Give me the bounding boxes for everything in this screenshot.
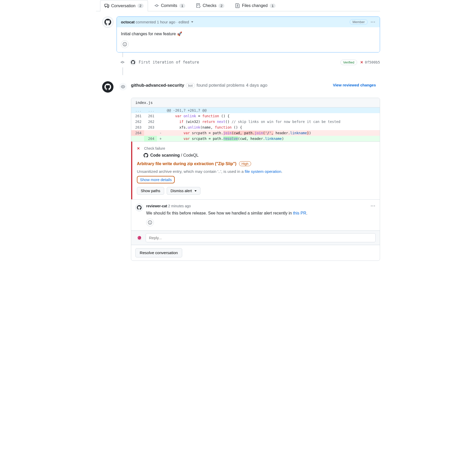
verified-badge[interactable]: Verified — [340, 60, 357, 65]
tab-commits[interactable]: Commits 1 — [150, 0, 190, 11]
comment-box-main: octocat commented 1 hour ago · edited Me… — [117, 16, 380, 52]
tab-conversation-count: 2 — [137, 4, 143, 8]
show-more-highlight: Show more details — [137, 176, 175, 183]
tab-conversation-label: Conversation — [111, 4, 135, 8]
reply-input[interactable] — [146, 233, 376, 242]
github-logo-icon — [144, 153, 148, 158]
review-card: index.js ...... @@ -261,7 +261,7 @@ 2612… — [131, 98, 380, 261]
inline-time: 2 minutes ago — [168, 204, 191, 208]
alert-description: Unsanitized archive entry, which may con… — [137, 169, 245, 174]
commit-row: First iteration of feature Verified ✕ 0f… — [120, 57, 380, 67]
tab-commits-label: Commits — [161, 3, 177, 8]
diff-hunk-header: @@ -261,7 +261,7 @@ — [164, 108, 380, 113]
smiley-icon — [148, 220, 152, 225]
tab-checks[interactable]: Checks 2 — [192, 0, 229, 11]
tab-conversation[interactable]: Conversation 2 — [100, 0, 148, 11]
alert-title[interactable]: Arbitrary file write during zip extracti… — [137, 162, 236, 166]
review-time: 4 days ago — [246, 83, 267, 88]
commit-message[interactable]: First iteration of feature — [139, 60, 340, 65]
code-scanning-alert: ✕ Check failure Code scanning / CodeQL A… — [131, 141, 380, 199]
codeql-label: / CodeQL — [180, 153, 199, 157]
status-fail-icon[interactable]: ✕ — [360, 60, 363, 64]
comment-body: Initial changes for new feature 🚀 — [117, 27, 380, 52]
reply-row: 🧶 — [131, 230, 380, 245]
severity-badge: High — [239, 161, 251, 166]
check-failure-label: Check failure — [144, 146, 165, 150]
resolve-conversation-button[interactable]: Resolve conversation — [135, 248, 182, 257]
diff-table: ...... @@ -261,7 +261,7 @@ 261261 var on… — [131, 108, 380, 141]
comment-body-text: Initial changes for new feature 🚀 — [121, 32, 182, 36]
cat-avatar-icon — [137, 205, 142, 210]
checklist-icon — [196, 3, 201, 8]
review-eye-icon — [119, 82, 127, 91]
comment-edited: · edited — [176, 20, 189, 24]
alert-description-link[interactable]: file system operation — [245, 169, 281, 174]
comment-kebab-menu[interactable]: ··· — [371, 20, 376, 24]
tab-checks-count: 2 — [218, 4, 224, 8]
commit-icon — [120, 60, 125, 65]
file-diff-icon — [235, 3, 240, 8]
comment-header: octocat commented 1 hour ago · edited Me… — [117, 17, 380, 27]
comment-author[interactable]: octocat — [121, 20, 135, 24]
this-pr-link[interactable]: this PR — [293, 211, 306, 215]
inline-comment: reviewer-cat 2 minutes ago ··· We should… — [131, 199, 380, 230]
review-header-row: github-advanced-security bot found poten… — [96, 75, 380, 93]
review-action: found potential problems — [197, 83, 244, 88]
git-commit-icon — [154, 3, 159, 8]
octocat-small-icon — [131, 60, 135, 64]
dismiss-alert-button[interactable]: Dismiss alert — [167, 187, 200, 195]
smiley-icon — [123, 42, 127, 46]
commit-avatar[interactable] — [130, 59, 136, 65]
octocat-avatar-icon — [104, 19, 111, 25]
inline-reaction-button[interactable] — [146, 219, 154, 226]
avatar-reviewer-cat[interactable] — [135, 204, 143, 211]
bot-badge: bot — [186, 83, 195, 88]
tab-checks-label: Checks — [203, 3, 216, 8]
review-author[interactable]: github-advanced-security — [131, 83, 184, 88]
view-reviewed-changes-link[interactable]: View reviewed changes — [333, 81, 380, 87]
avatar-octocat[interactable] — [102, 16, 113, 28]
comment-discussion-icon — [104, 4, 109, 8]
inline-author[interactable]: reviewer-cat — [146, 204, 167, 208]
diff-file-name[interactable]: index.js — [131, 98, 380, 108]
pr-tabs: Conversation 2 Commits 1 Checks 2 Files … — [96, 0, 380, 11]
avatar-github-bot[interactable] — [102, 81, 113, 93]
caret-down-icon — [195, 190, 197, 192]
code-scanning-label: Code scanning — [150, 153, 180, 157]
show-paths-button[interactable]: Show paths — [137, 187, 164, 195]
tab-files-label: Files changed — [242, 3, 268, 8]
resolve-row: Resolve conversation — [131, 245, 380, 261]
member-badge: Member — [350, 19, 368, 25]
tab-files[interactable]: Files changed 1 — [231, 0, 280, 11]
avatar-current-user[interactable]: 🧶 — [135, 234, 143, 242]
add-reaction-button[interactable] — [121, 40, 129, 48]
commit-sha[interactable]: 0f500b5 — [365, 60, 380, 64]
inline-comment-text: We should fix this before release. See h… — [146, 211, 293, 215]
comment-time[interactable]: 1 hour ago — [157, 20, 175, 24]
github-mark-icon — [104, 84, 111, 90]
show-more-details-link[interactable]: Show more details — [140, 177, 172, 182]
edited-caret-icon[interactable] — [191, 21, 193, 23]
tab-files-count: 1 — [270, 4, 276, 8]
inline-kebab-menu[interactable]: ··· — [371, 204, 376, 208]
tab-commits-count: 1 — [179, 4, 185, 8]
comment-action: commented — [136, 20, 156, 24]
x-icon: ✕ — [137, 146, 140, 150]
